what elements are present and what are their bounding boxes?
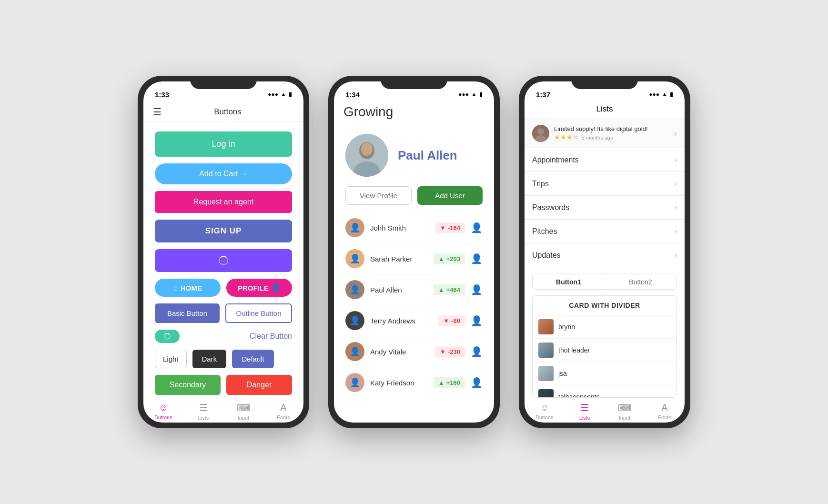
review-age: 5 months ago [581,135,613,141]
card-avatar-thot [538,343,554,358]
user-row: 👤 Paul Allen ▲+464 👤 [342,274,486,305]
score-terry: ▼-80 [438,315,465,326]
home-button[interactable]: ⌂ HOME [155,279,221,297]
status-icons-3: ●●● ▲ ▮ [649,91,673,98]
danger-button[interactable]: Danger [226,375,292,395]
user-avatar-katy: 👤 [345,373,364,392]
user-action-icon-terry[interactable]: 👤 [471,315,483,326]
tab-input[interactable]: ⌨ Input [223,402,263,421]
tab-lists[interactable]: ☰ Lists [183,402,223,421]
user-action-icon-sarah[interactable]: 👤 [471,253,483,264]
wifi-icon: ▲ [281,91,286,98]
phone3-content: Lists Limited supply! Its like digital g… [525,102,685,423]
add-user-button[interactable]: Add User [417,186,483,205]
home-profile-row: ⌂ HOME PROFILE 👤 [155,279,292,297]
review-text: Limited supply! Its like digital gold! ★… [554,125,669,141]
avatar-image [345,134,388,177]
reviewer-avatar [532,125,549,142]
battery-icon: ▮ [289,91,292,98]
list-item-trips[interactable]: Trips › [525,172,685,196]
default-button[interactable]: Default [232,350,274,368]
tab-fonts[interactable]: A Fonts [263,402,303,421]
phone2-header: Growing [334,102,494,124]
signup-button[interactable]: SIGN UP [155,220,292,242]
login-button[interactable]: Log in [155,131,292,157]
basic-outline-row: Basic Button Outline Button [155,303,292,323]
review-banner[interactable]: Limited supply! Its like digital gold! ★… [525,119,685,148]
user-list: 👤 Johh Smith ▼-164 👤 👤 Sarah Parker [334,212,494,423]
phone-notch-2 [381,76,447,89]
toggle-clear-row: Clear Button [155,330,292,343]
review-chevron: › [674,129,677,139]
profile-button[interactable]: PROFILE 👤 [226,279,292,297]
list-item-passwords[interactable]: Passwords › [525,196,685,220]
tab3-fonts-icon: A [661,402,667,413]
card-name-jsa: jsa [558,370,567,377]
svg-point-6 [537,128,544,135]
phone2-content: Growing P [334,102,494,423]
battery-icon-3: ▮ [670,91,673,98]
basic-button[interactable]: Basic Button [155,303,220,323]
phone-growing: 1:34 ●●● ▲ ▮ Growing [328,76,500,428]
secondary-button[interactable]: Secondary [155,375,221,395]
user-avatar-sarah: 👤 [345,249,364,268]
list-item-updates[interactable]: Updates › [525,243,685,267]
tab3-fonts[interactable]: A Fonts [645,402,685,421]
user-action-icon-andy[interactable]: 👤 [471,346,483,357]
card-name-thot: thot leader [558,346,590,354]
card-avatar-jsa [538,366,554,381]
add-to-cart-button[interactable]: Add to Cart → [155,163,292,184]
outline-button[interactable]: Outline Button [225,303,292,323]
tab3-buttons-icon: ☺ [540,402,549,413]
toggle-switch[interactable] [155,330,180,343]
user-action-icon-johh[interactable]: 👤 [471,222,483,233]
list-item-appointments[interactable]: Appointments › [525,148,685,172]
user-name-katy: Katy Friedson [370,379,428,387]
seg-button2[interactable]: Button2 [605,273,677,289]
user-avatar-johh: 👤 [345,218,364,237]
pitches-chevron: › [674,226,677,236]
passwords-label: Passwords [532,203,674,212]
dark-button[interactable]: Dark [192,350,227,368]
view-profile-button[interactable]: View Profile [345,186,412,205]
hamburger-icon[interactable]: ☰ [153,106,162,118]
profile-name: Paul Allen [398,148,457,163]
signal-icon-2: ●●● [458,91,469,98]
appointments-chevron: › [674,155,677,165]
stars: ★★★ [554,133,573,141]
clear-button[interactable]: Clear Button [187,332,292,341]
user-name-johh: Johh Smith [370,224,429,232]
card-with-divider: CARD WITH DIVIDER brynn thot leader [532,295,677,398]
user-row: 👤 Johh Smith ▼-164 👤 [342,212,486,243]
secondary-danger-row: Secondary Danger [155,375,292,395]
tab3-buttons[interactable]: ☺ Buttons [525,402,565,421]
list-item-pitches[interactable]: Pitches › [525,220,685,243]
updates-label: Updates [532,251,674,260]
tab3-lists[interactable]: ☰ Lists [565,402,605,421]
status-time-2: 1:34 [345,91,360,99]
battery-icon-2: ▮ [479,91,483,98]
card-name-talha: talhaconcepts [558,393,599,398]
wifi-icon-2: ▲ [471,91,477,98]
app-title: Growing [343,104,485,120]
tab3-lists-icon: ☰ [580,402,589,413]
score-sarah: ▲+203 [434,253,465,264]
card-name-brynn: brynn [558,323,575,331]
phones-container: 1:33 ●●● ▲ ▮ ☰ Buttons Log in Add to Car… [138,76,690,428]
seg-button1[interactable]: Button1 [533,273,605,289]
tab-lists-icon: ☰ [199,402,208,413]
light-button[interactable]: Light [155,350,187,368]
signal-icon-3: ●●● [649,91,659,98]
user-name-andy: Andy Vitale [370,348,429,356]
tab-buttons-icon: ☺ [159,402,168,413]
loading-button[interactable] [155,249,292,272]
passwords-chevron: › [674,202,677,212]
user-action-icon-paul[interactable]: 👤 [471,284,483,295]
phone-screen-2: 1:34 ●●● ▲ ▮ Growing [334,81,494,423]
user-action-icon-katy[interactable]: 👤 [471,377,483,388]
request-agent-button[interactable]: Request an agent [155,191,292,213]
light-dark-row: Light Dark Default [155,350,292,368]
tab-buttons[interactable]: ☺ Buttons [143,402,183,421]
tab3-input[interactable]: ⌨ Input [605,402,645,421]
user-row: 👤 Sarah Parker ▲+203 👤 [342,243,486,274]
